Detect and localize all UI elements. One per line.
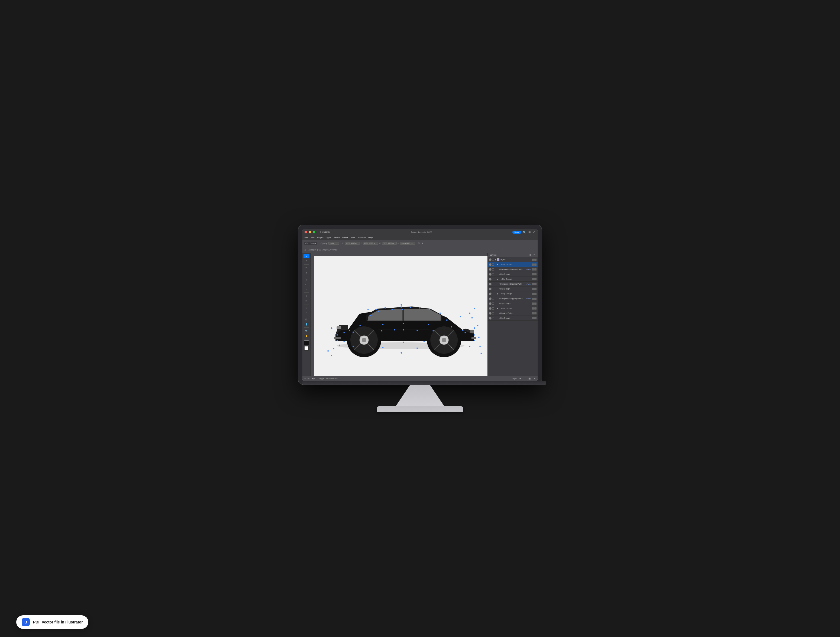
layers-add-icon[interactable]: ≡ [533, 254, 535, 256]
layer-visibility-icon[interactable] [489, 312, 491, 315]
svg-rect-64 [472, 317, 472, 318]
toolbar-controls: Opacity: X: Y: W: H: [321, 241, 415, 246]
layer-visibility-icon[interactable] [489, 317, 491, 319]
fill-color[interactable] [304, 340, 309, 345]
menu-select[interactable]: Select [333, 236, 339, 239]
zoom-tool[interactable]: 🔍 [303, 329, 309, 333]
layer-row-clipgroup2[interactable]: ▾ <Clip Group> [488, 277, 538, 281]
w-input[interactable] [382, 242, 397, 245]
x-input[interactable] [345, 242, 360, 245]
menu-view[interactable]: View [351, 236, 355, 239]
y-input[interactable] [363, 242, 378, 245]
gradient-tool[interactable]: ◫ [303, 317, 309, 321]
brush-tool[interactable]: ✦ [303, 294, 309, 298]
layer-visibility-icon[interactable] [489, 292, 491, 295]
layer-visibility-icon[interactable] [489, 258, 491, 261]
layer-visibility-icon[interactable] [489, 297, 491, 300]
layer-row-clipchild3[interactable]: <Clip Group> [488, 301, 538, 306]
menu-file[interactable]: File [305, 236, 308, 239]
canvas-area[interactable] [311, 253, 488, 376]
zoom-out-icon[interactable]: - [524, 377, 526, 380]
zoom-in-icon[interactable]: + [519, 377, 522, 380]
home-icon[interactable]: ⌂ [304, 248, 306, 251]
layer-visibility-icon[interactable] [489, 307, 491, 310]
menu-effect[interactable]: Effect [342, 236, 347, 239]
grid-icon[interactable]: ⊞ [528, 377, 531, 380]
minimize-button[interactable] [309, 231, 311, 233]
breadcrumb: AudiLpdf @ 23.1 % (RGB/Preview) [307, 249, 339, 251]
close-button[interactable] [305, 231, 307, 233]
pencil-tool[interactable]: ✏ [303, 299, 309, 303]
layer-row-clipgroup4[interactable]: ▾ <Clip Group> [488, 306, 538, 311]
layer-visibility-icon[interactable] [489, 273, 491, 276]
fullscreen-icon[interactable]: ⤢ [532, 231, 535, 234]
layer-lock-icon[interactable] [492, 312, 494, 315]
layer-row-compound2[interactable]: <Compound Clipping Path> <Path> [488, 281, 538, 286]
window-icon[interactable]: ⊞ [528, 231, 531, 234]
menu-type[interactable]: Type [326, 236, 331, 239]
layers-options-icon[interactable]: ⊞ [529, 254, 532, 256]
h-input[interactable] [400, 242, 415, 245]
search-icon[interactable]: 🔍 [523, 231, 527, 234]
layer-lock-icon[interactable] [492, 307, 494, 310]
layer-lock-icon[interactable] [492, 288, 494, 290]
layer-row-clipgroup3[interactable]: ▾ <Clip Group> [488, 291, 538, 296]
menu-edit[interactable]: Edit [311, 236, 314, 239]
layer-row-clipchild1[interactable]: <Clip Group> [488, 272, 538, 277]
layer-visibility-icon[interactable] [489, 288, 491, 290]
layer-lock-icon[interactable] [492, 278, 494, 280]
layer-row-clipchild2[interactable]: <Clip Group> [488, 286, 538, 291]
layer-lock-icon[interactable] [492, 293, 494, 295]
layer-visibility-icon[interactable] [489, 268, 491, 271]
properties-icon[interactable]: ≡ [421, 242, 423, 245]
car-illustration [314, 255, 488, 376]
layer-visibility-icon[interactable] [489, 283, 491, 285]
layer-row-clipgroup1[interactable]: ▾ <Clip Group> [488, 262, 538, 267]
line-tool[interactable]: ╲ [303, 277, 309, 281]
layer-visibility-icon[interactable] [489, 302, 491, 305]
svg-rect-41 [451, 326, 452, 327]
layer-lock-icon[interactable] [492, 317, 494, 319]
menu-help[interactable]: Help [368, 236, 373, 239]
select-tool[interactable]: ↖ [303, 254, 309, 258]
type-tool[interactable]: T [303, 270, 309, 275]
layer-row-layer1[interactable]: ▾ Layer 1 [488, 257, 538, 262]
svg-rect-48 [403, 329, 404, 330]
layer-lock-icon[interactable] [492, 273, 494, 275]
svg-rect-61 [417, 348, 418, 349]
layer-lock-icon[interactable] [492, 283, 494, 285]
layer-row-compound1[interactable]: <Compound Clipping Path> <Path> [488, 267, 538, 272]
panel-toggle-icon[interactable]: ≡ [533, 377, 536, 380]
hand-tool[interactable]: ✋ [303, 334, 309, 338]
layer-visibility-icon[interactable] [489, 263, 491, 266]
direct-select-tool[interactable]: ↗ [303, 259, 309, 263]
opacity-input[interactable] [328, 242, 339, 245]
layer-lock-icon[interactable] [492, 259, 494, 261]
menu-window[interactable]: Window [358, 236, 366, 239]
layer-lock-icon[interactable] [492, 298, 494, 300]
layers-toggle-icon[interactable]: ⊞ [417, 242, 420, 245]
share-button[interactable]: Share [512, 231, 521, 234]
layer-row-cliplast[interactable]: <Clip Group> [488, 316, 538, 321]
stroke-color[interactable] [304, 346, 309, 351]
layer-row-compound3[interactable]: <Compound Clipping Path> <Path> [488, 296, 538, 301]
artboard-selector[interactable]: ◀ ▶ 1 [312, 378, 316, 380]
scale-tool[interactable]: ⤡ [303, 310, 309, 315]
layer-icon-sm [532, 264, 534, 266]
rect-tool[interactable]: ▭ [303, 282, 309, 286]
maximize-button[interactable] [313, 231, 316, 233]
layer-lock-icon[interactable] [492, 302, 494, 305]
layer-visibility-icon[interactable] [489, 278, 491, 281]
eyedropper-tool[interactable]: 💧 [303, 322, 309, 326]
svg-rect-58 [339, 345, 340, 346]
layer-row-clippingpath[interactable]: <Clipping Path> [488, 311, 538, 316]
rotate-tool[interactable]: ↻ [303, 305, 309, 310]
layer-icon-sm [534, 317, 537, 319]
layer-lock-icon[interactable] [492, 264, 494, 266]
pen-tool[interactable]: ✒ [303, 266, 309, 270]
artboard[interactable] [314, 255, 488, 376]
ellipse-tool[interactable]: ○ [303, 287, 309, 291]
menu-object[interactable]: Object [317, 236, 324, 239]
layer-lock-icon[interactable] [492, 268, 494, 270]
monitor-chin [302, 381, 546, 385]
